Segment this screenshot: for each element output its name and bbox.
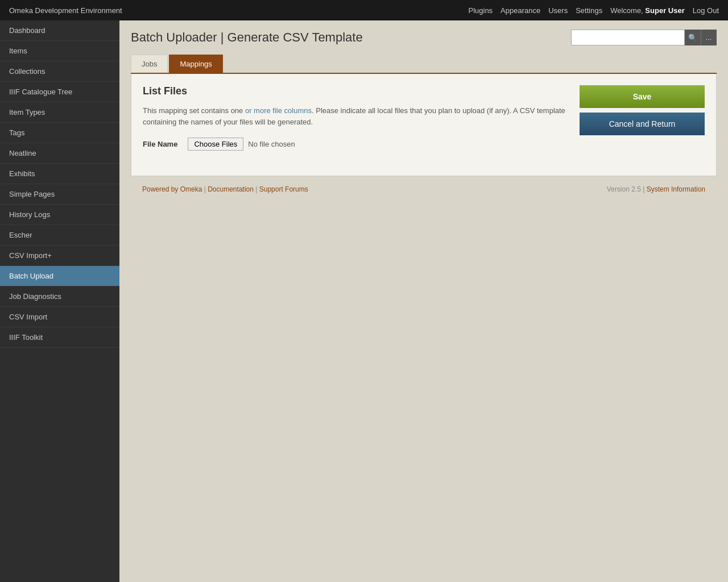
sidebar-item-collections[interactable]: Collections <box>0 61 119 82</box>
tabs: Jobs Mappings <box>131 55 717 74</box>
system-information-link[interactable]: System Information <box>647 185 705 193</box>
sidebar-item-iiif-catalogue-tree[interactable]: IIIF Catalogue Tree <box>0 82 119 102</box>
sidebar-item-tags[interactable]: Tags <box>0 123 119 143</box>
search-input[interactable] <box>571 30 685 45</box>
panel-left: List Files This mapping set contains one… <box>143 85 580 151</box>
documentation-link[interactable]: Documentation <box>208 185 254 193</box>
file-row: File Name Choose Files No file chosen <box>143 138 568 151</box>
app-title: Omeka Development Environment <box>9 6 122 15</box>
plugins-link[interactable]: Plugins <box>468 6 493 15</box>
support-forums-link[interactable]: Support Forums <box>259 185 308 193</box>
nav-links: Plugins Appearance Users Settings Welcom… <box>468 6 719 15</box>
sidebar-item-exhibits[interactable]: Exhibits <box>0 164 119 184</box>
welcome-text: Welcome, Super User <box>610 6 685 15</box>
footer-right: Version 2.5 | System Information <box>607 185 705 193</box>
settings-link[interactable]: Settings <box>576 6 602 15</box>
sidebar-item-dashboard[interactable]: Dashboard <box>0 20 119 41</box>
page-header: Batch Uploader | Generate CSV Template 🔍… <box>131 30 717 45</box>
powered-by-link[interactable]: Powered by Omeka <box>142 185 202 193</box>
content-panel: List Files This mapping set contains one… <box>131 74 717 176</box>
choose-files-button[interactable]: Choose Files <box>188 138 243 151</box>
search-area: 🔍 … <box>571 30 717 45</box>
logout-link[interactable]: Log Out <box>693 6 719 15</box>
sidebar-item-batch-upload[interactable]: Batch Upload <box>0 266 119 286</box>
footer-left: Powered by Omeka | Documentation | Suppo… <box>142 185 308 193</box>
tab-mappings[interactable]: Mappings <box>169 55 222 73</box>
panel-right: Save Cancel and Return <box>580 85 705 135</box>
footer: Powered by Omeka | Documentation | Suppo… <box>131 178 717 200</box>
sidebar-item-iiif-toolkit[interactable]: IIIF Toolkit <box>0 327 119 348</box>
sidebar: Dashboard Items Collections IIIF Catalog… <box>0 20 119 582</box>
save-button[interactable]: Save <box>580 85 705 108</box>
main-content: Batch Uploader | Generate CSV Template 🔍… <box>119 20 728 582</box>
layout: Dashboard Items Collections IIIF Catalog… <box>0 20 728 582</box>
section-title: List Files <box>143 85 568 97</box>
sidebar-item-csv-import[interactable]: CSV Import <box>0 307 119 327</box>
sidebar-item-neatline[interactable]: Neatline <box>0 143 119 164</box>
sidebar-item-escher[interactable]: Escher <box>0 225 119 246</box>
top-navigation: Omeka Development Environment Plugins Ap… <box>0 0 728 20</box>
sidebar-item-csv-import-plus[interactable]: CSV Import+ <box>0 246 119 266</box>
search-more-button[interactable]: … <box>701 30 717 45</box>
sidebar-item-items[interactable]: Items <box>0 41 119 61</box>
file-name-label: File Name <box>143 140 177 148</box>
appearance-link[interactable]: Appearance <box>500 6 540 15</box>
tab-jobs[interactable]: Jobs <box>131 55 168 73</box>
sidebar-item-job-diagnostics[interactable]: Job Diagnostics <box>0 286 119 307</box>
page-title: Batch Uploader | Generate CSV Template <box>131 30 363 45</box>
sidebar-item-item-types[interactable]: Item Types <box>0 102 119 123</box>
sidebar-item-simple-pages[interactable]: Simple Pages <box>0 184 119 205</box>
description-text: This mapping set contains one or more fi… <box>143 105 568 127</box>
cancel-and-return-button[interactable]: Cancel and Return <box>580 113 705 135</box>
no-file-chosen-text: No file chosen <box>248 140 295 148</box>
sidebar-item-history-logs[interactable]: History Logs <box>0 205 119 225</box>
search-button[interactable]: 🔍 <box>685 30 701 45</box>
users-link[interactable]: Users <box>548 6 568 15</box>
